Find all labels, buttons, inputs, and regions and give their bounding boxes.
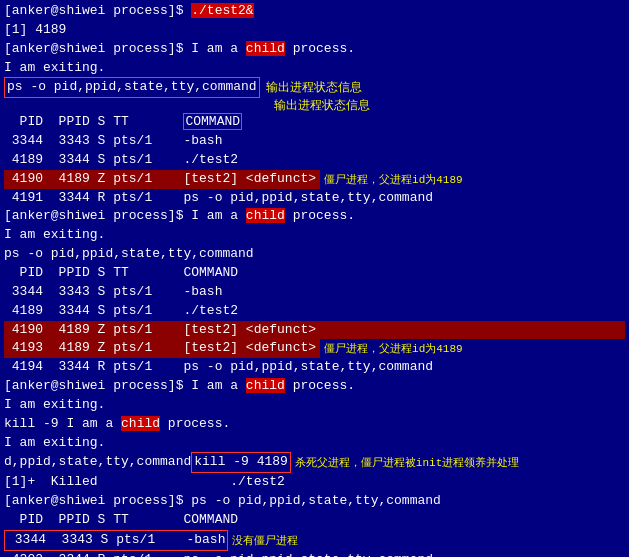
- row-test2-1: 4189 3344 S pts/1 ./test2: [4, 151, 625, 170]
- annotation-1: 输出进程状态信息: [266, 80, 362, 95]
- line-exiting-3: I am exiting.: [4, 396, 625, 415]
- row-ps-2: 4194 3344 R pts/1 ps -o pid,ppid,state,t…: [4, 358, 625, 377]
- last-rows-container: 3344 3343 S pts/1 -bash 没有僵尸进程: [4, 530, 625, 551]
- line-kill-child: kill -9 I am a child process.: [4, 415, 625, 434]
- ps-cmd-box: ps -o pid,ppid,state,tty,command: [4, 77, 260, 98]
- row-test2-2: 4189 3344 S pts/1 ./test2: [4, 302, 625, 321]
- zombie-row-2: 4190 4189 Z pts/1 [test2] <defunct>: [4, 321, 625, 340]
- row-ps-final: 4203 3344 R pts/1 ps -o pid,ppid,state,t…: [4, 551, 625, 557]
- zombie-row-3-container: 4193 4189 Z pts/1 [test2] <defunct> 僵尸进程…: [4, 339, 625, 358]
- annotation-zombie-1: 僵尸进程，父进程id为4189: [324, 172, 463, 187]
- zombie-row-1: 4190 4189 Z pts/1 [test2] <defunct> 僵尸进程…: [4, 170, 625, 189]
- line-ps-3: [anker@shiwei process]$ ps -o pid,ppid,s…: [4, 492, 625, 511]
- row-bash-2: 3344 3343 S pts/1 -bash: [4, 283, 625, 302]
- annotation-no-zombie: 没有僵尸进程: [232, 533, 298, 548]
- row-bash-1: 3344 3343 S pts/1 -bash: [4, 132, 625, 151]
- line-3: [anker@shiwei process]$ I am a child pro…: [4, 40, 625, 59]
- line-killed: [1]+ Killed ./test2: [4, 473, 625, 492]
- line-5-row: ps -o pid,ppid,state,tty,command输出进程状态信息: [4, 77, 625, 98]
- line-2: [1] 4189: [4, 21, 625, 40]
- line-exiting-2: I am exiting.: [4, 226, 625, 245]
- line-child-2: [anker@shiwei process]$ I am a child pro…: [4, 207, 625, 226]
- annotation-1-text: 输出进程状态信息: [274, 98, 370, 113]
- line-1: [anker@shiwei process]$ ./test2&: [4, 2, 625, 21]
- annotation-zombie-2: 僵尸进程，父进程id为4189: [324, 341, 463, 356]
- table-header-1: PID PPID S TT COMMAND: [4, 113, 625, 132]
- line-4: I am exiting.: [4, 59, 625, 78]
- table-header-3: PID PPID S TT COMMAND: [4, 511, 625, 530]
- line-ps-2: ps -o pid,ppid,state,tty,command: [4, 245, 625, 264]
- annotation-kill: 杀死父进程，僵尸进程被init进程领养并处理: [295, 455, 519, 470]
- row-ps-1: 4191 3344 R pts/1 ps -o pid,ppid,state,t…: [4, 189, 625, 208]
- kill-line-row: d,ppid,state,tty,commandkill -9 4189 杀死父…: [4, 452, 625, 473]
- table-header-2: PID PPID S TT COMMAND: [4, 264, 625, 283]
- line-exiting-4: I am exiting.: [4, 434, 625, 453]
- row-bash-3: 3344 3343 S pts/1 -bash: [7, 531, 225, 550]
- line-child-3: [anker@shiwei process]$ I am a child pro…: [4, 377, 625, 396]
- terminal: [anker@shiwei process]$ ./test2& [1] 418…: [0, 0, 629, 557]
